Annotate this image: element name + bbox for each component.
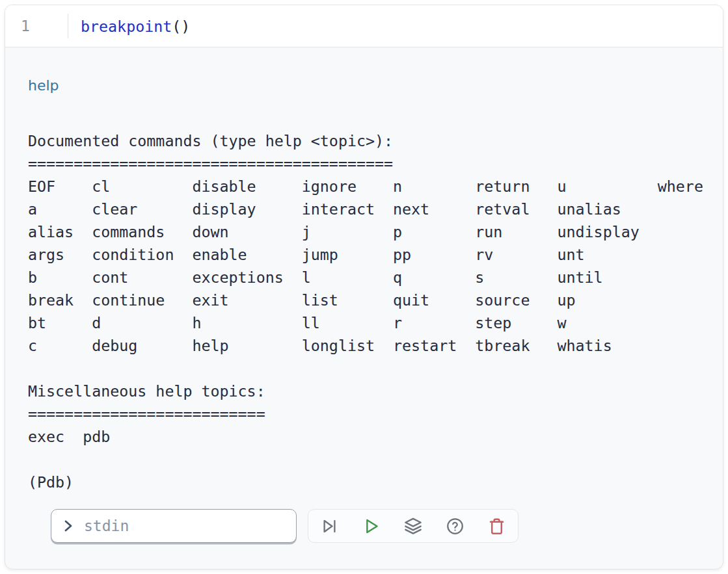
line-number: 1	[21, 18, 30, 34]
chevron-right-icon	[62, 519, 75, 533]
code-function-token: breakpoint	[81, 18, 172, 35]
question-circle-icon	[446, 517, 464, 535]
line-number-gutter: 1	[5, 5, 68, 47]
step-forward-icon	[321, 517, 338, 535]
code-line[interactable]: breakpoint()	[68, 5, 190, 47]
stdin-box[interactable]	[51, 509, 297, 543]
console-input-row	[51, 509, 723, 543]
trash-icon	[488, 517, 506, 535]
play-icon	[362, 517, 380, 535]
pdb-help-output: Documented commands (type help <topic>):…	[28, 129, 723, 493]
stdin-input[interactable]	[83, 517, 288, 535]
console-output-area: help Documented commands (type help <top…	[5, 76, 723, 543]
run-button[interactable]	[362, 517, 380, 535]
stack-button[interactable]	[404, 517, 422, 535]
command-echo: help	[28, 76, 723, 96]
step-button[interactable]	[321, 517, 338, 535]
debug-toolbar	[308, 509, 519, 543]
help-button[interactable]	[446, 517, 464, 535]
code-editor-bar: 1 breakpoint()	[5, 5, 723, 47]
layers-icon	[404, 517, 422, 535]
clear-button[interactable]	[488, 517, 506, 535]
code-paren-token: ()	[172, 18, 190, 35]
code-runner-widget: 1 breakpoint() help Documented commands …	[5, 5, 723, 569]
